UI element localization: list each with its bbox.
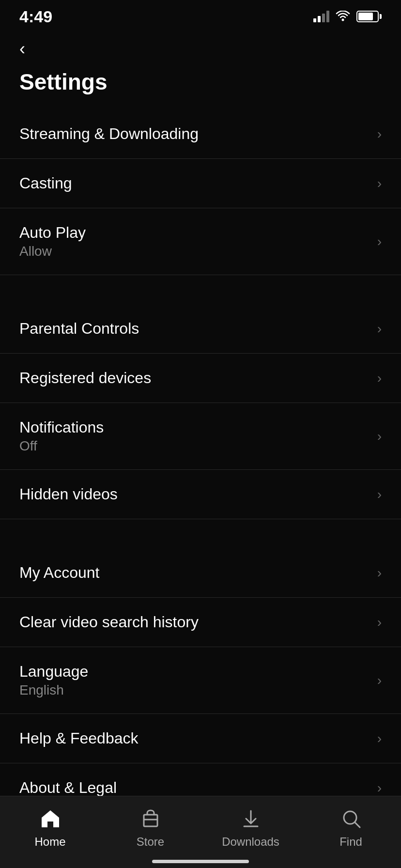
chevron-right-icon: › [377, 615, 382, 630]
casting-title: Casting [19, 174, 72, 192]
chevron-right-icon: › [377, 487, 382, 502]
page-title: Settings [0, 64, 401, 109]
settings-item-hidden-videos[interactable]: Hidden videos › [0, 470, 401, 519]
chevron-right-icon: › [377, 565, 382, 581]
status-time: 4:49 [19, 7, 52, 26]
help-title: Help & Feedback [19, 729, 138, 747]
chevron-right-icon: › [377, 673, 382, 688]
find-icon [339, 806, 364, 831]
settings-item-help[interactable]: Help & Feedback › [0, 714, 401, 763]
settings-item-casting[interactable]: Casting › [0, 159, 401, 208]
chevron-right-icon: › [377, 731, 382, 746]
settings-item-notifications[interactable]: Notifications Off › [0, 403, 401, 470]
settings-list: Streaming & Downloading › Casting › Auto… [0, 109, 401, 813]
store-label: Store [137, 835, 164, 849]
svg-point-0 [342, 19, 344, 21]
home-indicator [152, 860, 249, 863]
nav-downloads[interactable]: Downloads [217, 806, 285, 849]
status-icons [313, 11, 382, 22]
streaming-title: Streaming & Downloading [19, 125, 199, 143]
chevron-right-icon: › [377, 234, 382, 249]
battery-icon [356, 11, 382, 22]
settings-item-search-history[interactable]: Clear video search history › [0, 598, 401, 647]
settings-item-autoplay[interactable]: Auto Play Allow › [0, 208, 401, 275]
chevron-right-icon: › [377, 176, 382, 191]
search-history-title: Clear video search history [19, 613, 199, 631]
autoplay-subtitle: Allow [19, 244, 86, 259]
settings-content: Streaming & Downloading › Casting › Auto… [0, 109, 401, 868]
section-gap-2 [0, 519, 401, 548]
signal-icon [313, 11, 329, 22]
downloads-icon [238, 806, 263, 831]
notifications-title: Notifications [19, 418, 104, 436]
notifications-subtitle: Off [19, 438, 104, 454]
svg-rect-1 [144, 815, 157, 826]
status-bar: 4:49 [0, 0, 401, 29]
autoplay-title: Auto Play [19, 224, 86, 242]
chevron-right-icon: › [377, 780, 382, 796]
chevron-right-icon: › [377, 429, 382, 444]
settings-item-parental[interactable]: Parental Controls › [0, 304, 401, 354]
settings-item-account[interactable]: My Account › [0, 548, 401, 598]
hidden-videos-title: Hidden videos [19, 485, 118, 503]
store-icon [138, 806, 163, 831]
nav-find[interactable]: Find [317, 806, 385, 849]
find-label: Find [339, 835, 362, 849]
devices-title: Registered devices [19, 369, 151, 387]
settings-item-devices[interactable]: Registered devices › [0, 354, 401, 403]
language-subtitle: English [19, 682, 88, 698]
home-label: Home [34, 835, 65, 849]
bottom-nav: Home Store Downloads Fi [0, 796, 401, 868]
account-title: My Account [19, 564, 99, 582]
settings-item-streaming[interactable]: Streaming & Downloading › [0, 109, 401, 159]
chevron-right-icon: › [377, 321, 382, 337]
section-gap-1 [0, 275, 401, 304]
chevron-right-icon: › [377, 126, 382, 142]
nav-store[interactable]: Store [117, 806, 185, 849]
wifi-icon [335, 11, 351, 22]
downloads-label: Downloads [222, 835, 279, 849]
language-title: Language [19, 663, 88, 681]
settings-item-language[interactable]: Language English › [0, 647, 401, 714]
nav-home[interactable]: Home [16, 806, 84, 849]
parental-title: Parental Controls [19, 320, 139, 338]
back-chevron-icon: ‹ [19, 39, 25, 59]
back-button[interactable]: ‹ [0, 29, 401, 64]
svg-line-5 [355, 822, 360, 827]
chevron-right-icon: › [377, 371, 382, 386]
legal-title: About & Legal [19, 779, 117, 797]
home-icon [38, 806, 63, 831]
